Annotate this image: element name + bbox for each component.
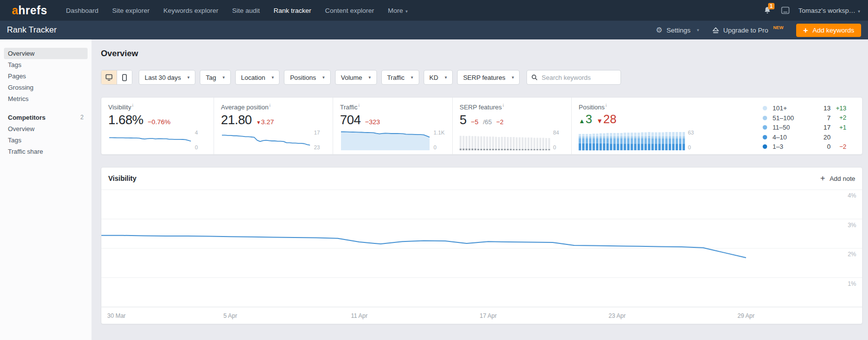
panel-icon[interactable] bbox=[781, 6, 790, 14]
serp-features-card[interactable]: SERP featuresi 5 −5 /65 −2 840 bbox=[452, 98, 571, 154]
volume-filter[interactable]: Volume▾ bbox=[335, 70, 377, 85]
triangle-down-icon: ▼ bbox=[596, 117, 603, 125]
visibility-chart-card: Visibility +Add note 4%3%2%1%30 Mar5 Apr… bbox=[101, 167, 863, 324]
chevron-down-icon: ▾ bbox=[411, 75, 413, 80]
top-navbar: ahrefs Dashboard Site explorer Keywords … bbox=[0, 0, 868, 21]
main-content: Overview Last 30 days▾ Tag▾ Location▾ Po… bbox=[92, 39, 868, 340]
legend-row[interactable]: 1–30−2 bbox=[763, 142, 846, 152]
average-position-card[interactable]: Average positioni 21.80 ▼3.27 1723 bbox=[214, 98, 333, 154]
sparkline-axis: 630 bbox=[685, 130, 700, 150]
chevron-down-icon: ▾ bbox=[405, 9, 408, 14]
mobile-toggle-button[interactable] bbox=[117, 70, 132, 84]
traffic-filter[interactable]: Traffic▾ bbox=[381, 70, 419, 85]
svg-text:2%: 2% bbox=[848, 251, 857, 258]
traffic-card[interactable]: Traffici 704 −323 1.1K0 bbox=[333, 98, 452, 154]
add-note-button[interactable]: +Add note bbox=[820, 173, 855, 183]
svg-text:11 Apr: 11 Apr bbox=[351, 312, 368, 319]
competitors-header: Competitors bbox=[8, 112, 80, 123]
average-position-value: 21.80 bbox=[221, 112, 252, 128]
logo-rest: hrefs bbox=[18, 4, 47, 17]
nav-site-audit[interactable]: Site audit bbox=[232, 7, 260, 14]
positions-card[interactable]: Positionsi ▲3 ▼28 630 101+13+13 51–1007+… bbox=[571, 98, 862, 154]
visibility-card[interactable]: Visibilityi 1.68% −0.76% 40 bbox=[101, 98, 214, 154]
device-toggle bbox=[101, 70, 132, 85]
serp-features-delta: −5 bbox=[471, 118, 478, 126]
sparkline-axis: 840 bbox=[550, 130, 564, 150]
nav-rank-tracker[interactable]: Rank tracker bbox=[274, 7, 311, 14]
sidebar-item-traffic-share[interactable]: Traffic share bbox=[4, 146, 88, 157]
sidebar-item-tags[interactable]: Tags bbox=[4, 59, 88, 70]
nav-more[interactable]: More▾ bbox=[388, 7, 407, 14]
sparkline-axis: 40 bbox=[192, 130, 207, 150]
competitors-count: 2 bbox=[80, 112, 84, 123]
visibility-value: 1.68% bbox=[108, 112, 143, 128]
legend-row[interactable]: 4–1020 bbox=[763, 133, 846, 142]
chevron-down-icon: ▾ bbox=[272, 75, 274, 80]
visibility-line-chart[interactable]: 4%3%2%1%30 Mar5 Apr11 Apr17 Apr23 Apr29 … bbox=[101, 186, 862, 324]
chevron-down-icon: ▾ bbox=[697, 28, 699, 33]
notification-badge: 1 bbox=[768, 3, 775, 9]
legend-dot-icon bbox=[763, 106, 767, 110]
positions-down: ▼28 bbox=[596, 112, 617, 126]
average-position-sparkline bbox=[221, 130, 311, 150]
sidebar-item-grossing[interactable]: Grossing bbox=[4, 82, 88, 93]
traffic-sparkline bbox=[340, 130, 431, 150]
sidebar-item-competitors-overview[interactable]: Overview bbox=[4, 123, 88, 135]
legend-dot-icon bbox=[763, 135, 767, 139]
workspace-menu[interactable]: Tomasz's worksp…▾ bbox=[799, 7, 860, 14]
triangle-up-icon: ▲ bbox=[579, 117, 585, 125]
settings-menu[interactable]: ⚙ Settings ▾ bbox=[656, 26, 699, 34]
traffic-delta: −323 bbox=[365, 118, 380, 126]
positions-stacked-barchart bbox=[579, 130, 685, 150]
ahrefs-logo[interactable]: ahrefs bbox=[12, 4, 47, 17]
svg-text:3%: 3% bbox=[848, 222, 857, 229]
logo-a: a bbox=[12, 4, 18, 17]
legend-dot-icon bbox=[763, 125, 767, 130]
sidebar-item-pages[interactable]: Pages bbox=[4, 70, 88, 82]
nav-dashboard[interactable]: Dashboard bbox=[66, 7, 98, 14]
filter-toolbar: Last 30 days▾ Tag▾ Location▾ Positions▾ … bbox=[101, 70, 863, 85]
appbar-actions: ⚙ Settings ▾ Upgrade to Pro NEW + Add ke… bbox=[656, 24, 861, 37]
metric-cards: Visibilityi 1.68% −0.76% 40 Average posi… bbox=[101, 97, 863, 155]
search-input[interactable] bbox=[542, 74, 617, 81]
add-keywords-button[interactable]: + Add keywords bbox=[796, 24, 861, 37]
visibility-sparkline bbox=[108, 130, 192, 150]
keyword-search bbox=[527, 70, 621, 85]
legend-row[interactable]: 51–1007+2 bbox=[763, 113, 846, 123]
legend-dot-icon bbox=[763, 116, 767, 120]
chart-title: Visibility bbox=[108, 174, 136, 182]
positions-legend: 101+13+13 51–1007+2 11–5017+1 4–1020 1–3… bbox=[763, 103, 846, 150]
notifications-button[interactable]: 1 bbox=[763, 6, 772, 15]
tool-header-bar: Rank Tracker ⚙ Settings ▾ Upgrade to Pro… bbox=[0, 21, 868, 39]
serp-features-filter[interactable]: SERP features▾ bbox=[457, 70, 520, 85]
tag-filter[interactable]: Tag▾ bbox=[200, 70, 231, 85]
nav-keywords-explorer[interactable]: Keywords explorer bbox=[163, 7, 218, 14]
desktop-toggle-button[interactable] bbox=[101, 70, 117, 84]
legend-row[interactable]: 101+13+13 bbox=[763, 103, 846, 113]
positions-up: ▲3 bbox=[579, 112, 592, 126]
kd-filter[interactable]: KD▾ bbox=[424, 70, 453, 85]
upgrade-link[interactable]: Upgrade to Pro NEW bbox=[712, 27, 784, 34]
chevron-down-icon: ▾ bbox=[222, 75, 225, 80]
chevron-down-icon: ▾ bbox=[322, 75, 325, 80]
sidebar-item-competitors-tags[interactable]: Tags bbox=[4, 135, 88, 146]
svg-text:5 Apr: 5 Apr bbox=[223, 312, 237, 319]
upgrade-icon bbox=[712, 27, 719, 34]
chevron-down-icon: ▾ bbox=[512, 75, 514, 80]
location-filter[interactable]: Location▾ bbox=[235, 70, 280, 85]
sidebar-item-overview[interactable]: Overview bbox=[4, 48, 88, 59]
gear-icon: ⚙ bbox=[656, 26, 662, 34]
serp-features-value: 5 bbox=[460, 112, 466, 128]
new-badge: NEW bbox=[773, 25, 783, 30]
sparkline-axis: 1723 bbox=[311, 130, 326, 150]
nav-site-explorer[interactable]: Site explorer bbox=[112, 7, 150, 14]
sidebar-item-metrics[interactable]: Metrics bbox=[4, 93, 88, 104]
info-icon: i bbox=[503, 103, 504, 108]
visibility-delta: −0.76% bbox=[148, 118, 170, 126]
positions-filter[interactable]: Positions▾ bbox=[284, 70, 330, 85]
legend-row[interactable]: 11–5017+1 bbox=[763, 123, 846, 133]
svg-text:23 Apr: 23 Apr bbox=[609, 312, 626, 319]
metric-label: Positionsi bbox=[579, 103, 703, 111]
nav-content-explorer[interactable]: Content explorer bbox=[325, 7, 374, 14]
date-range-filter[interactable]: Last 30 days▾ bbox=[139, 70, 195, 85]
